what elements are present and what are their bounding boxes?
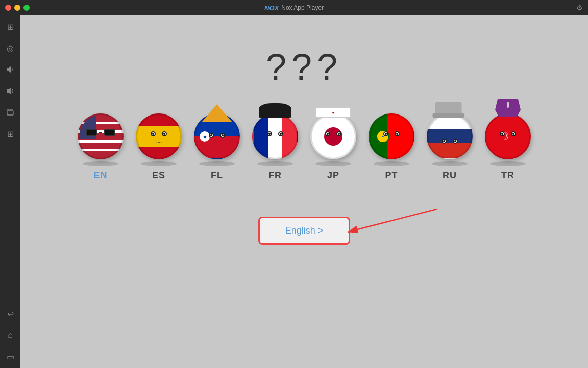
en-ball-wrapper	[78, 113, 124, 159]
tr-fez	[495, 99, 521, 117]
svg-line-2	[348, 209, 437, 232]
tr-fez-container	[495, 99, 521, 117]
cast-icon[interactable]	[4, 106, 16, 119]
en-ball-shadow	[83, 161, 118, 166]
fr-left-eye	[267, 131, 272, 136]
back-nav-icon[interactable]: ↩	[4, 308, 16, 320]
fl-ball-wrapper: ★	[194, 113, 240, 159]
fr-ball-shadow	[257, 161, 293, 166]
fl-star: ★	[200, 131, 210, 142]
ru-flag-ball	[427, 113, 473, 159]
pt-right-eye	[395, 131, 400, 136]
pt-left-eye	[383, 131, 388, 136]
volume-up-icon[interactable]	[4, 85, 16, 97]
language-item-tr[interactable]: ☽ TR	[485, 113, 531, 181]
es-right-eye	[162, 131, 167, 136]
fl-ball-shadow	[199, 161, 235, 166]
language-item-ru[interactable]: RU	[427, 113, 473, 181]
fr-beret	[259, 103, 291, 118]
sg-bridge	[99, 132, 102, 133]
sidebar: ⊞ ◎ ⊞ ↩ ⌂ ▭	[0, 15, 20, 368]
tr-ball-shadow	[490, 161, 526, 166]
fr-right-eye	[278, 131, 283, 136]
tr-ball-wrapper: ☽	[485, 113, 531, 159]
en-label: EN	[93, 170, 107, 181]
tr-right-eye	[511, 131, 516, 136]
close-button[interactable]	[5, 5, 11, 11]
jp-ball-shadow	[315, 161, 351, 166]
ru-left-eye	[442, 139, 447, 144]
app-name-text: Nox App Player	[281, 4, 324, 11]
es-ball-shadow	[141, 161, 177, 166]
jp-ball-wrapper: ●	[310, 113, 356, 159]
es-eyes	[151, 131, 167, 136]
title-bar: NOX Nox App Player ⚙	[0, 0, 588, 15]
question-marks-title: ???	[266, 46, 342, 88]
sg-right-lens	[104, 129, 115, 136]
language-item-pt[interactable]: ✦ PT	[369, 113, 414, 181]
nox-logo-text: NOX	[264, 4, 279, 12]
recent-nav-icon[interactable]: ▭	[4, 351, 16, 363]
fr-label: FR	[268, 170, 282, 181]
language-item-jp[interactable]: ● JP	[310, 113, 356, 181]
ru-label: RU	[443, 170, 457, 181]
jp-label: JP	[327, 170, 339, 181]
pt-ball-shadow	[374, 161, 409, 166]
ru-hat-container	[435, 102, 464, 118]
continue-button[interactable]: English >	[258, 217, 351, 245]
language-item-en[interactable]: EN	[78, 113, 124, 181]
es-ball-wrapper: 〰	[136, 113, 182, 159]
en-sunglasses	[86, 129, 115, 136]
en-flag-ball	[78, 113, 124, 159]
tr-fez-tassel	[507, 102, 509, 108]
jp-eyes	[325, 131, 341, 136]
sg-left-lens	[86, 129, 97, 136]
fr-flag-ball	[252, 113, 298, 159]
minimize-button[interactable]	[14, 5, 20, 11]
ru-hat-top	[435, 102, 462, 113]
fl-hat	[202, 104, 232, 122]
ru-eyes	[442, 139, 458, 144]
jp-left-eye	[325, 131, 330, 136]
arrow-annotation	[340, 206, 442, 247]
app-title: NOX Nox App Player	[264, 4, 324, 12]
fl-eyes	[209, 133, 225, 138]
jp-bandana: ●	[315, 107, 351, 118]
jp-right-eye	[336, 131, 341, 136]
ru-hat-brim	[433, 113, 464, 118]
language-item-es[interactable]: 〰 ES	[136, 113, 182, 181]
tr-label: TR	[501, 170, 514, 181]
fl-left-eye	[209, 133, 214, 138]
language-selector-row: EN 〰 ES	[78, 113, 531, 181]
ru-ball-wrapper	[427, 113, 473, 159]
home-nav-icon[interactable]: ⌂	[4, 329, 16, 341]
home-icon[interactable]: ⊞	[4, 20, 16, 33]
volume-down-icon[interactable]	[4, 63, 16, 76]
es-left-eye	[151, 131, 156, 136]
ru-right-eye	[453, 139, 458, 144]
fl-label: FL	[211, 170, 223, 181]
es-flag-ball: 〰	[136, 113, 182, 159]
settings-icon[interactable]: ⚙	[576, 4, 583, 12]
language-item-fl[interactable]: ★ FL	[194, 113, 240, 181]
jp-bandana-text: ●	[332, 110, 335, 115]
pt-eyes	[383, 131, 400, 136]
fr-ball-wrapper	[252, 113, 298, 159]
sidebar-bottom: ↩ ⌂ ▭	[4, 308, 16, 363]
tr-flag-ball: ☽	[485, 113, 531, 159]
language-item-fr[interactable]: FR	[252, 113, 298, 181]
tr-crescent: ☽	[499, 130, 509, 143]
jp-flag-ball	[310, 113, 356, 159]
main-layout: ⊞ ◎ ⊞ ↩ ⌂ ▭ ???	[0, 15, 588, 368]
es-mustache: 〰	[156, 139, 162, 147]
ru-ball-shadow	[432, 161, 468, 166]
pt-ball-wrapper: ✦	[369, 113, 414, 159]
svg-rect-0	[7, 111, 13, 115]
location-icon[interactable]: ◎	[4, 42, 16, 54]
button-area: English >	[258, 217, 351, 245]
grid-icon[interactable]: ⊞	[4, 128, 16, 140]
pt-flag-ball: ✦	[369, 113, 414, 159]
fr-eyes	[267, 131, 283, 136]
maximize-button[interactable]	[23, 5, 30, 11]
fl-right-eye	[220, 133, 225, 138]
